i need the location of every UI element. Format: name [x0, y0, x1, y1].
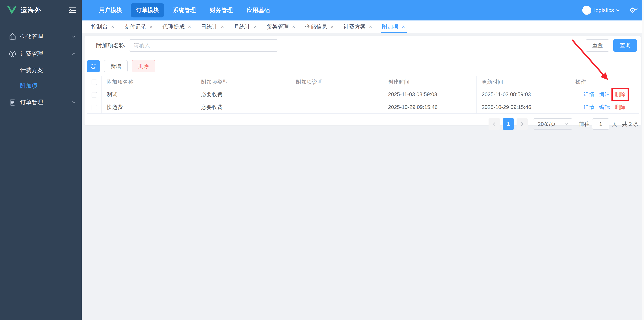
tab-agent-commission[interactable]: 代理提成× — [158, 21, 196, 33]
tab-console[interactable]: 控制台× — [86, 21, 119, 33]
prev-page-button[interactable] — [488, 118, 500, 130]
sidebar-subitem-label: 计费方案 — [20, 67, 43, 74]
search-actions: 重置 查询 — [586, 39, 637, 52]
detail-link[interactable]: 详情 — [584, 91, 594, 97]
page-number-button[interactable]: 1 — [502, 118, 514, 130]
vue-logo-icon — [8, 6, 16, 15]
cell-created-time: 2025-10-29 09:15:46 — [383, 101, 476, 114]
close-icon[interactable]: × — [188, 24, 191, 30]
column-header-type: 附加项类型 — [196, 76, 291, 88]
sidebar-item-addon[interactable]: 附加项 — [0, 78, 82, 94]
close-icon[interactable]: × — [402, 24, 405, 30]
edit-link[interactable]: 编辑 — [599, 104, 610, 110]
chevron-down-icon — [564, 122, 569, 126]
addon-table: 附加项名称 附加项类型 附加项说明 创建时间 更新时间 操作 测试 必要收费 — [87, 76, 639, 114]
chevron-down-icon — [72, 100, 76, 105]
close-icon[interactable]: × — [254, 24, 257, 30]
reset-button[interactable]: 重置 — [586, 39, 609, 52]
cell-updated-time: 2025-10-29 09:15:46 — [477, 101, 570, 114]
warehouse-icon — [9, 33, 16, 40]
avatar[interactable] — [582, 6, 591, 15]
tab-billing-plan[interactable]: 计费方案× — [338, 21, 377, 33]
collapse-sidebar-icon[interactable] — [68, 8, 76, 13]
chevron-down-icon[interactable] — [616, 8, 620, 13]
sidebar-item-label: 订单管理 — [20, 99, 72, 106]
column-header-ops: 操作 — [570, 76, 639, 88]
sidebar-subitem-label: 附加项 — [20, 82, 38, 90]
table-header-row: 附加项名称 附加项类型 附加项说明 创建时间 更新时间 操作 — [87, 76, 639, 88]
next-page-button[interactable] — [516, 118, 528, 130]
add-button[interactable]: 新增 — [104, 60, 128, 72]
row-checkbox[interactable] — [92, 105, 97, 110]
close-icon[interactable]: × — [369, 24, 372, 30]
username[interactable]: logistics — [594, 7, 614, 14]
scrollbar-track[interactable] — [642, 0, 644, 320]
topnav-item-app-basics[interactable]: 应用基础 — [242, 3, 275, 18]
search-form: 附加项名称 重置 查询 — [84, 36, 641, 55]
row-checkbox[interactable] — [92, 92, 97, 98]
table-row: 测试 必要收费 2025-11-03 08:59:03 2025-11-03 0… — [87, 88, 639, 101]
sidebar: 运海外 仓储管理 — [0, 0, 82, 320]
tab-daily-stats[interactable]: 日统计× — [196, 21, 229, 33]
table-row: 快递费 必要收费 2025-10-29 09:15:46 2025-10-29 … — [87, 101, 639, 114]
sidebar-item-label: 计费管理 — [20, 50, 72, 58]
top-navigation: 用户模块 订单模块 系统管理 财务管理 应用基础 — [94, 3, 275, 18]
cell-created-time: 2025-11-03 08:59:03 — [383, 88, 476, 101]
search-field-label: 附加项名称 — [96, 42, 125, 49]
topnav-item-order-module[interactable]: 订单模块 — [131, 3, 164, 18]
close-icon[interactable]: × — [111, 24, 114, 30]
sidebar-item-billing-plan[interactable]: 计费方案 — [0, 62, 82, 78]
query-button[interactable]: 查询 — [613, 39, 637, 52]
close-icon[interactable]: × — [330, 24, 334, 30]
delete-link[interactable]: 删除 — [615, 91, 626, 97]
topbar-right: logistics ⚙⚙ — [582, 6, 639, 15]
topnav-item-system-management[interactable]: 系统管理 — [168, 3, 201, 18]
tab-payment-records[interactable]: 支付记录× — [119, 21, 158, 33]
topnav-item-user-module[interactable]: 用户模块 — [94, 3, 127, 18]
sidebar-item-warehouse[interactable]: 仓储管理 — [0, 28, 82, 45]
cell-addon-desc — [291, 88, 383, 101]
main-area: 用户模块 订单模块 系统管理 财务管理 应用基础 logistics ⚙⚙ 控制… — [82, 0, 644, 320]
column-header-name: 附加项名称 — [102, 76, 196, 88]
close-icon[interactable]: × — [150, 24, 152, 30]
sidebar-item-billing[interactable]: 计费管理 — [0, 45, 82, 62]
refresh-button[interactable] — [87, 60, 100, 72]
chevron-right-icon — [520, 122, 524, 126]
column-header-desc: 附加项说明 — [291, 76, 383, 88]
edit-link[interactable]: 编辑 — [599, 91, 610, 97]
goto-page-input[interactable] — [592, 118, 609, 130]
topnav-item-finance-management[interactable]: 财务管理 — [204, 3, 238, 18]
app-logo: 运海外 — [0, 0, 82, 21]
tab-bar: 控制台× 支付记录× 代理提成× 日统计× 月统计× 货架管理× 仓储信息× 计… — [82, 21, 644, 33]
chevron-left-icon — [492, 122, 496, 126]
select-all-checkbox[interactable] — [92, 80, 97, 85]
page-card: 附加项名称 重置 查询 — [84, 36, 641, 125]
chevron-down-icon — [72, 34, 76, 39]
table-toolbar: 新增 删除 — [84, 55, 641, 72]
delete-button[interactable]: 删除 — [132, 60, 155, 72]
addon-name-input[interactable] — [129, 39, 278, 52]
app-title: 运海外 — [20, 6, 68, 15]
tab-shelf-management[interactable]: 货架管理× — [262, 21, 300, 33]
close-icon[interactable]: × — [221, 24, 224, 30]
tab-addon[interactable]: 附加项× — [377, 21, 410, 33]
cell-addon-name: 测试 — [102, 88, 196, 101]
pagination: 1 20条/页 前往 页 共 2 条 — [84, 114, 641, 130]
page-size-select[interactable]: 20条/页 — [533, 118, 572, 130]
tab-monthly-stats[interactable]: 月统计× — [229, 21, 262, 33]
cell-addon-name: 快递费 — [102, 101, 196, 114]
close-icon[interactable]: × — [292, 24, 295, 30]
delete-link[interactable]: 删除 — [615, 104, 626, 110]
detail-link[interactable]: 详情 — [584, 104, 594, 110]
content-area: 附加项名称 重置 查询 — [82, 33, 644, 320]
goto-label: 前往 — [579, 121, 590, 128]
cell-addon-desc — [291, 101, 383, 114]
total-count: 共 2 条 — [622, 121, 639, 128]
settings-gears-icon[interactable]: ⚙⚙ — [629, 7, 639, 14]
clipboard-icon — [9, 99, 16, 106]
page-unit-label: 页 — [612, 121, 617, 128]
sidebar-item-orders[interactable]: 订单管理 — [0, 94, 82, 111]
tab-storage-info[interactable]: 仓储信息× — [300, 21, 338, 33]
column-header-updated: 更新时间 — [477, 76, 570, 88]
refresh-icon — [90, 63, 96, 69]
